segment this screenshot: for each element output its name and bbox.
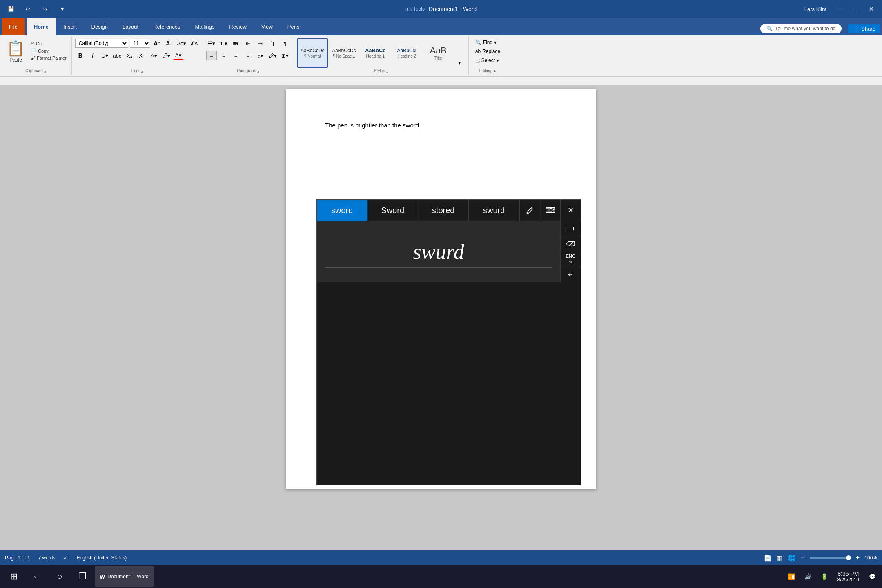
text-color-button[interactable]: A▾ bbox=[173, 51, 184, 60]
hw-handwriting-mode-button[interactable] bbox=[519, 200, 540, 221]
superscript-button[interactable]: X² bbox=[136, 51, 147, 60]
hw-suggestion-swurd[interactable]: swurd bbox=[469, 200, 519, 221]
zoom-slider[interactable] bbox=[810, 557, 851, 559]
volume-icon[interactable]: 🔊 bbox=[802, 566, 815, 587]
decrease-font-size-button[interactable]: A↓ bbox=[164, 38, 175, 48]
tell-me-input[interactable]: 🔍 Tell me what you want to do bbox=[760, 24, 842, 33]
justify-button[interactable]: ≡ bbox=[243, 51, 254, 60]
shading-button[interactable]: 🖊▾ bbox=[267, 51, 278, 60]
decrease-indent-button[interactable]: ⇤ bbox=[243, 38, 254, 48]
hw-action-icons: ⌨ ✕ bbox=[519, 200, 581, 221]
cut-button[interactable]: ✂ Cut bbox=[29, 40, 68, 47]
share-button[interactable]: 👤 Share bbox=[848, 24, 880, 33]
select-button[interactable]: ⬚ Select ▾ bbox=[472, 56, 503, 65]
style-heading1[interactable]: AaBbCc Heading 1 bbox=[360, 38, 391, 68]
hw-lang-label: ENG bbox=[566, 254, 576, 258]
language: English (United States) bbox=[76, 555, 127, 561]
style-title[interactable]: AaB Title bbox=[423, 38, 454, 68]
align-center-button[interactable]: ≡ bbox=[218, 51, 229, 60]
action-center-button[interactable]: 💬 bbox=[866, 566, 879, 587]
align-right-button[interactable]: ≡ bbox=[231, 51, 241, 60]
font-color-button[interactable]: A▾ bbox=[149, 51, 159, 60]
multilevel-list-button[interactable]: ≡▾ bbox=[231, 38, 241, 48]
styles-more-button[interactable]: ▾ bbox=[454, 38, 465, 68]
word-taskbar-button[interactable]: W Document1 - Word bbox=[95, 566, 154, 587]
style-heading1-preview: AaBbCc bbox=[365, 48, 386, 53]
tab-insert[interactable]: Insert bbox=[56, 18, 84, 35]
print-layout-button[interactable]: ▦ bbox=[777, 554, 783, 562]
quick-access-more-icon[interactable]: ▾ bbox=[55, 3, 69, 15]
hw-language-button[interactable]: ENG ✎ bbox=[561, 252, 581, 267]
paste-button[interactable]: 📋 Paste bbox=[3, 38, 28, 65]
change-case-button[interactable]: Aa▾ bbox=[176, 38, 187, 48]
bold-button[interactable]: B bbox=[75, 51, 86, 60]
tab-review[interactable]: Review bbox=[222, 18, 254, 35]
web-layout-button[interactable]: 🌐 bbox=[788, 554, 796, 562]
restore-button[interactable]: ❐ bbox=[848, 3, 862, 15]
start-button[interactable]: ⊞ bbox=[3, 566, 24, 587]
hw-close-button[interactable]: ✕ bbox=[560, 200, 581, 221]
bullets-button[interactable]: ☰▾ bbox=[206, 38, 217, 48]
replace-button[interactable]: ab Replace bbox=[472, 47, 503, 56]
style-no-spacing[interactable]: AaBbCcDc ¶ No Spac... bbox=[329, 38, 359, 68]
hw-suggestion-stored[interactable]: stored bbox=[418, 200, 469, 221]
tab-layout[interactable]: Layout bbox=[115, 18, 146, 35]
taskbar-date: 8/25/2016 bbox=[837, 577, 859, 583]
borders-button[interactable]: ⊞▾ bbox=[280, 51, 290, 60]
undo-icon[interactable]: ↩ bbox=[20, 3, 35, 15]
italic-button[interactable]: I bbox=[87, 51, 98, 60]
back-button[interactable]: ← bbox=[26, 566, 47, 587]
font-size-select[interactable]: 11 bbox=[130, 39, 150, 48]
clear-formatting-button[interactable]: ✗A bbox=[189, 38, 199, 48]
cortana-button[interactable]: ○ bbox=[49, 566, 70, 587]
paragraph-group-label: Paragraph ⌟ bbox=[206, 68, 290, 73]
tab-home[interactable]: Home bbox=[27, 18, 56, 35]
hw-canvas[interactable]: swurd bbox=[317, 221, 560, 282]
increase-indent-button[interactable]: ⇥ bbox=[255, 38, 266, 48]
hw-space-button[interactable]: ⌴ bbox=[561, 221, 581, 236]
find-button[interactable]: 🔍 Find ▾ bbox=[472, 38, 503, 47]
hw-keyboard-mode-button[interactable]: ⌨ bbox=[540, 200, 560, 221]
highlight-button[interactable]: 🖊▾ bbox=[161, 51, 172, 60]
style-normal[interactable]: AaBbCcDc ¶ Normal bbox=[297, 38, 328, 68]
sort-button[interactable]: ⇅ bbox=[267, 38, 278, 48]
proofing-icon[interactable]: ✓ bbox=[63, 555, 68, 561]
subscript-button[interactable]: X₂ bbox=[124, 51, 135, 60]
numbering-button[interactable]: 1.▾ bbox=[218, 38, 229, 48]
increase-font-size-button[interactable]: A↑ bbox=[152, 38, 163, 48]
underline-button[interactable]: U▾ bbox=[100, 51, 110, 60]
font-name-select[interactable]: Calibri (Body) bbox=[75, 39, 128, 48]
read-mode-button[interactable]: 📄 bbox=[764, 554, 772, 562]
minimize-button[interactable]: ─ bbox=[831, 3, 846, 15]
zoom-minus-button[interactable]: ─ bbox=[801, 554, 805, 561]
line-spacing-button[interactable]: ↕▾ bbox=[255, 51, 266, 60]
save-icon[interactable]: 💾 bbox=[3, 3, 18, 15]
strikethrough-button[interactable]: abc bbox=[112, 51, 122, 60]
show-formatting-button[interactable]: ¶ bbox=[280, 38, 290, 48]
document-text[interactable]: The pen is mightier than the sword bbox=[325, 122, 557, 129]
format-painter-button[interactable]: 🖌 Format Painter bbox=[29, 55, 68, 61]
tab-design[interactable]: Design bbox=[84, 18, 115, 35]
redo-icon[interactable]: ↪ bbox=[38, 3, 52, 15]
zoom-plus-button[interactable]: + bbox=[856, 554, 860, 561]
tab-view[interactable]: View bbox=[254, 18, 280, 35]
hw-suggestion-sword[interactable]: sword bbox=[317, 200, 368, 221]
network-icon[interactable]: 📶 bbox=[785, 566, 798, 587]
taskbar-clock[interactable]: 8:35 PM 8/25/2016 bbox=[834, 569, 862, 584]
tab-references[interactable]: References bbox=[146, 18, 187, 35]
battery-icon[interactable]: 🔋 bbox=[818, 566, 831, 587]
style-heading2[interactable]: AaBbCcI Heading 2 bbox=[392, 38, 422, 68]
editing-group: 🔍 Find ▾ ab Replace ⬚ Select ▾ Editing ▲ bbox=[469, 37, 507, 75]
hw-backspace-button[interactable]: ⌫ bbox=[561, 236, 581, 252]
tab-pens[interactable]: Pens bbox=[280, 18, 307, 35]
copy-button[interactable]: 📄 Copy bbox=[29, 47, 68, 54]
close-button[interactable]: ✕ bbox=[864, 3, 879, 15]
align-left-button[interactable]: ≡ bbox=[206, 51, 217, 60]
task-view-button[interactable]: ❐ bbox=[72, 566, 93, 587]
hw-enter-button[interactable]: ↵ bbox=[561, 267, 581, 282]
tab-file[interactable]: File bbox=[2, 18, 25, 35]
tab-mailings[interactable]: Mailings bbox=[188, 18, 222, 35]
taskbar-time: 8:35 PM bbox=[837, 570, 859, 577]
hw-suggestions-bar: sword Sword stored swurd bbox=[317, 200, 581, 221]
hw-suggestion-Sword[interactable]: Sword bbox=[368, 200, 418, 221]
